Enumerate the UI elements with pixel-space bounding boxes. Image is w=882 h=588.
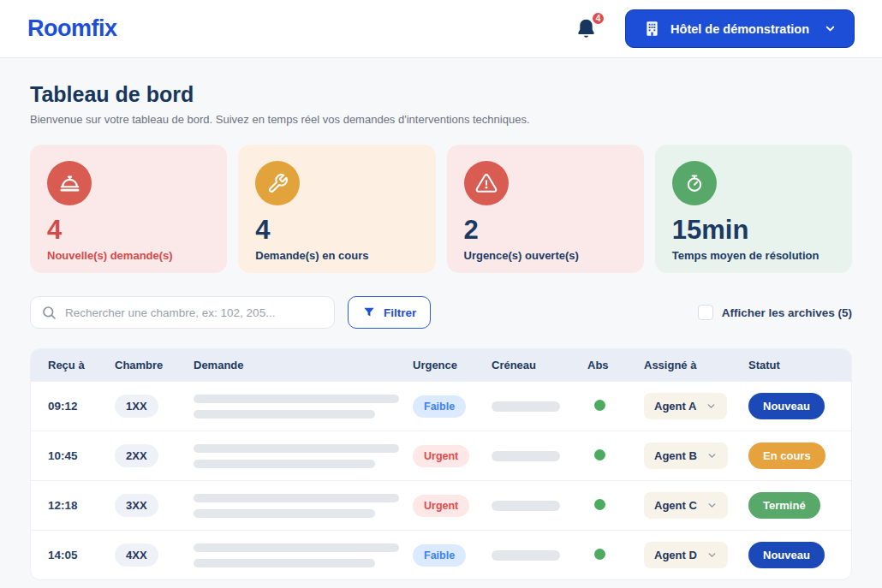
presence-dot [594,400,605,411]
room-badge: 1XX [115,395,158,418]
chevron-down-icon [706,500,718,511]
room-badge: 4XX [115,543,158,567]
archives-label: Afficher les archives (5) [722,306,852,319]
wrench-icon [255,161,300,205]
agent-select[interactable]: Agent A [644,393,727,419]
toolbar: Filtrer Afficher les archives (5) [30,296,852,329]
hotel-selector-button[interactable]: Hôtel de démonstration [625,9,855,48]
table-row: 09:12 1XX Faible Agent A Nouveau [31,381,851,431]
presence-dot [594,449,605,460]
funnel-icon [362,306,376,319]
agent-name: Agent B [654,449,697,462]
stat-value: 4 [255,217,418,243]
timeslot-skeleton [492,501,587,511]
presence-dot [594,549,605,560]
room-badge: 3XX [115,494,158,517]
stat-label: Nouvelle(s) demande(s) [47,249,210,262]
search-box[interactable] [30,296,335,329]
agent-select[interactable]: Agent B [644,442,728,469]
received-time: 12:18 [48,499,115,512]
column-header: Chambre [115,359,194,371]
table-row: 12:18 3XX Urgent Agent C Terminé [31,480,851,530]
stat-value: 4 [47,217,210,243]
stopwatch-icon [672,161,717,205]
received-time: 09:12 [48,400,115,413]
notifications-button[interactable]: 4 [573,15,599,42]
column-header: Abs [587,359,644,371]
stat-card-new-requests: 4 Nouvelle(s) demande(s) [30,145,227,273]
presence-dot [594,499,605,510]
request-description-skeleton [194,543,413,567]
urgency-badge: Faible [413,544,466,567]
urgency-badge: Faible [413,395,466,418]
search-icon [41,305,57,321]
chevron-down-icon [824,22,837,35]
app-header: Roomfix 4 Hôtel de démonstrat [0,0,882,58]
chevron-down-icon [706,401,717,412]
room-badge: 2XX [115,444,158,467]
column-header: Assigné à [644,359,748,371]
timeslot-skeleton [492,550,587,561]
request-description-skeleton [194,494,413,518]
received-time: 14:05 [48,549,115,561]
stat-value: 15min [672,217,835,243]
app-logo: Roomfix [27,15,117,42]
table-row: 14:05 4XX Faible Agent D Nouveau [31,530,851,579]
stat-card-avg-resolution: 15min Temps moyen de résolution [655,145,852,273]
stat-label: Temps moyen de résolution [672,249,835,262]
filter-button[interactable]: Filtrer [348,296,431,329]
status-button[interactable]: Terminé [748,492,820,519]
show-archives-toggle[interactable]: Afficher les archives (5) [698,305,852,320]
chevron-down-icon [706,450,718,461]
table-header-row: Reçu à Chambre Demande Urgence Créneau A… [31,349,851,381]
agent-name: Agent C [654,499,697,512]
page-subtitle: Bienvenue sur votre tableau de bord. Sui… [30,113,852,126]
stat-label: Demande(s) en cours [255,249,418,262]
table-row: 10:45 2XX Urgent Agent B En cours [31,431,851,480]
agent-name: Agent A [654,400,696,413]
status-button[interactable]: Nouveau [748,393,825,419]
dashboard-main: Tableau de bord Bienvenue sur votre tabl… [0,58,882,580]
received-time: 10:45 [48,449,115,462]
stats-cards: 4 Nouvelle(s) demande(s) 4 Demande(s) en… [30,145,852,273]
status-button[interactable]: En cours [748,442,825,469]
timeslot-skeleton [492,401,587,412]
urgency-badge: Urgent [413,445,469,467]
column-header: Demande [194,359,413,371]
chevron-down-icon [706,549,718,561]
agent-name: Agent D [654,549,697,561]
stat-card-in-progress: 4 Demande(s) en cours [238,145,435,273]
stat-card-open-urgencies: 2 Urgence(s) ouverte(s) [447,145,644,273]
agent-select[interactable]: Agent D [644,542,728,568]
archives-checkbox[interactable] [698,305,713,320]
filter-label: Filtrer [384,306,416,319]
page-title: Tableau de bord [30,82,852,107]
concierge-bell-icon [47,161,92,205]
search-input[interactable] [65,306,324,319]
request-description-skeleton [194,444,413,468]
status-button[interactable]: Nouveau [748,542,825,568]
hotel-name-label: Hôtel de démonstration [670,22,809,36]
stat-value: 2 [464,217,627,243]
request-description-skeleton [194,395,413,419]
warning-triangle-icon [464,161,509,205]
agent-select[interactable]: Agent C [644,492,728,519]
building-icon [643,20,661,38]
timeslot-skeleton [492,451,587,461]
urgency-badge: Urgent [413,495,469,517]
header-actions: 4 Hôtel de démonstration [573,9,855,48]
column-header: Créneau [492,359,587,371]
stat-label: Urgence(s) ouverte(s) [464,249,627,262]
column-header: Statut [748,359,834,371]
column-header: Reçu à [48,359,115,371]
column-header: Urgence [413,359,492,371]
notification-badge: 4 [591,11,605,26]
requests-table: Reçu à Chambre Demande Urgence Créneau A… [30,348,852,580]
